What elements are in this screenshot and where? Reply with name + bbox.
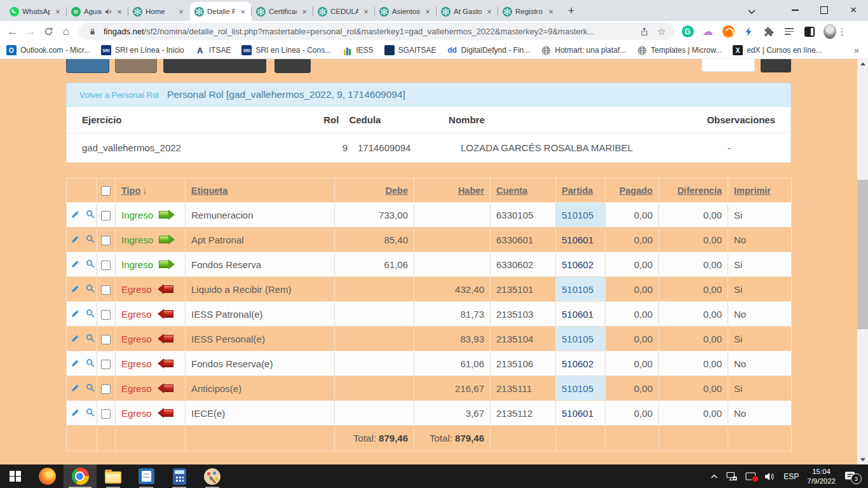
browser-tab[interactable]: WhatsApp × xyxy=(5,2,67,21)
browser-tab[interactable]: Asientos C × xyxy=(375,2,437,21)
view-magnifier-icon[interactable] xyxy=(85,309,95,320)
browser-tab[interactable]: Registro P × xyxy=(498,2,560,21)
partida-value[interactable]: 510105 xyxy=(562,284,593,295)
address-bar[interactable]: fingads.net/sf2/nomina/detalle_rol_list.… xyxy=(79,23,675,40)
tab-close-icon[interactable]: × xyxy=(485,7,494,17)
screen-alert-icon[interactable] xyxy=(745,472,756,480)
partida-value[interactable]: 510105 xyxy=(562,383,593,394)
view-magnifier-icon[interactable] xyxy=(85,259,95,270)
view-magnifier-icon[interactable] xyxy=(85,234,95,245)
row-checkbox[interactable] xyxy=(101,360,111,369)
tab-close-icon[interactable]: × xyxy=(238,7,247,17)
notification-center-icon[interactable]: 3 xyxy=(844,471,857,482)
bookmark-item[interactable]: X edX | Cursos en líne... xyxy=(733,45,822,55)
view-magnifier-icon[interactable] xyxy=(85,408,95,419)
taskbar-document-app-icon[interactable] xyxy=(130,464,163,488)
select-all-checkbox[interactable] xyxy=(101,186,111,196)
row-checkbox[interactable] xyxy=(101,211,111,220)
partial-button-3[interactable] xyxy=(163,59,266,73)
bookmark-item[interactable]: Templates | Microw... xyxy=(637,45,722,55)
page-top-input[interactable] xyxy=(702,59,755,72)
bookmarks-overflow-icon[interactable]: » xyxy=(854,45,859,55)
tab-close-icon[interactable]: × xyxy=(53,7,62,17)
start-button[interactable] xyxy=(0,464,31,488)
browser-tab[interactable]: Home × xyxy=(128,2,190,21)
sort-diferencia-link[interactable]: Diferencia xyxy=(677,186,722,196)
tab-close-icon[interactable]: × xyxy=(362,7,370,17)
sidebar-extension-icon[interactable] xyxy=(803,25,816,38)
row-checkbox[interactable] xyxy=(101,236,111,245)
page-top-button[interactable] xyxy=(761,59,791,72)
taskbar-clock[interactable]: 15:04 7/9/2022 xyxy=(807,467,836,486)
network-icon[interactable] xyxy=(726,471,737,481)
view-magnifier-icon[interactable] xyxy=(85,284,95,295)
language-indicator[interactable]: ESP xyxy=(783,472,799,481)
edit-pencil-icon[interactable] xyxy=(71,408,80,419)
tray-chevron-up-icon[interactable] xyxy=(710,474,718,479)
tab-close-icon[interactable]: × xyxy=(546,7,555,17)
edit-pencil-icon[interactable] xyxy=(71,309,80,320)
browser-tab[interactable]: Detalle Rol × xyxy=(190,2,252,21)
row-checkbox[interactable] xyxy=(101,384,111,394)
scrollbar-thumb[interactable] xyxy=(857,180,868,329)
row-checkbox[interactable] xyxy=(101,409,111,419)
taskbar-explorer-icon[interactable] xyxy=(97,464,130,488)
bookmark-item[interactable]: SRI SRI en Línea - Cons... xyxy=(241,45,331,55)
row-checkbox[interactable] xyxy=(101,261,111,270)
view-magnifier-icon[interactable] xyxy=(85,383,95,394)
browser-tab[interactable]: CEDULA P × xyxy=(313,2,375,21)
bookmark-item[interactable]: A ITSAE xyxy=(195,45,231,55)
back-to-personal-rol-link[interactable]: Volver a Personal Rol xyxy=(79,90,159,100)
browser-menu-icon[interactable]: ⋮ xyxy=(837,26,847,37)
partial-button-4[interactable] xyxy=(275,59,311,73)
minimize-button[interactable] xyxy=(780,0,810,20)
taskbar-chrome-icon[interactable] xyxy=(64,464,97,488)
taskbar-firefox-icon[interactable] xyxy=(31,464,64,488)
tab-close-icon[interactable]: × xyxy=(300,7,309,17)
tab-close-icon[interactable]: × xyxy=(177,7,186,17)
page-scrollbar[interactable] xyxy=(857,59,868,464)
sort-cuenta-link[interactable]: Cuenta xyxy=(496,186,527,196)
grammarly-extension-icon[interactable]: G xyxy=(681,25,694,38)
row-checkbox[interactable] xyxy=(101,285,111,295)
taskbar-calculator-icon[interactable] xyxy=(163,464,196,488)
bookmark-item[interactable]: IESS xyxy=(342,45,373,55)
avast-extension-icon[interactable] xyxy=(722,25,735,38)
view-magnifier-icon[interactable] xyxy=(85,210,95,220)
back-icon[interactable]: ← xyxy=(4,23,22,41)
edit-pencil-icon[interactable] xyxy=(71,383,80,394)
bookmark-item[interactable]: O Outlook.com - Micr... xyxy=(6,45,90,55)
view-magnifier-icon[interactable] xyxy=(85,358,95,369)
tab-close-icon[interactable]: × xyxy=(423,7,432,17)
edit-pencil-icon[interactable] xyxy=(71,234,80,245)
tab-audio-icon[interactable] xyxy=(105,8,112,15)
share-icon[interactable] xyxy=(639,26,650,37)
maximize-button[interactable] xyxy=(810,0,839,20)
browser-tab[interactable]: Certificaci × xyxy=(252,2,313,21)
sort-imprimir-link[interactable]: Imprimir xyxy=(734,186,771,196)
sort-etiqueta-link[interactable]: Etiqueta xyxy=(191,186,227,196)
tab-search-chevron-icon[interactable] xyxy=(742,6,761,17)
taskbar-paint-icon[interactable] xyxy=(196,464,229,488)
row-checkbox[interactable] xyxy=(101,310,111,320)
row-checkbox[interactable] xyxy=(101,335,111,344)
sort-debe-link[interactable]: Debe xyxy=(386,186,408,196)
media-queue-extension-icon[interactable] xyxy=(783,25,796,38)
sort-pagado-link[interactable]: Pagado xyxy=(620,186,653,196)
lock-icon[interactable] xyxy=(86,26,98,37)
forward-icon[interactable]: → xyxy=(22,23,39,41)
edit-pencil-icon[interactable] xyxy=(71,334,80,344)
extensions-puzzle-icon[interactable] xyxy=(763,25,775,38)
partida-value[interactable]: 510105 xyxy=(562,210,593,220)
tab-close-icon[interactable]: × xyxy=(115,7,124,17)
lightning-extension-icon[interactable] xyxy=(742,25,755,38)
sort-partida-link[interactable]: Partida xyxy=(562,186,593,196)
partial-button-1[interactable] xyxy=(66,59,109,73)
bookmark-star-icon[interactable]: ☆ xyxy=(656,26,667,37)
profile-avatar[interactable] xyxy=(824,25,836,38)
scrollbar-down-arrow[interactable] xyxy=(857,455,868,464)
edit-pencil-icon[interactable] xyxy=(71,259,80,270)
browser-tab[interactable]: Aguar × xyxy=(67,2,128,21)
edit-pencil-icon[interactable] xyxy=(71,210,80,220)
sort-haber-link[interactable]: Haber xyxy=(458,186,484,196)
